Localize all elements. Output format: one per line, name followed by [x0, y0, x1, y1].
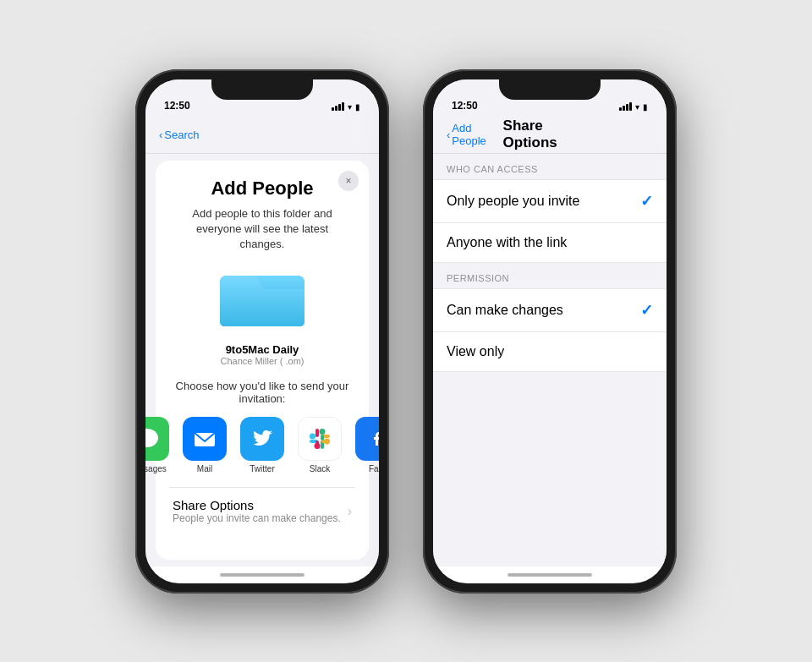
svg-point-10 — [310, 434, 315, 440]
phone-2: 12:50 ▾ ▮ ‹ Add People Share Options — [423, 69, 677, 594]
wifi-icon-2: ▾ — [635, 102, 639, 112]
who-can-access-header: WHO CAN ACCESS — [433, 154, 667, 179]
can-make-changes-item[interactable]: Can make changes ✓ — [433, 289, 667, 332]
status-icons-2: ▾ ▮ — [619, 102, 648, 112]
view-only-label: View only — [447, 344, 504, 359]
app-icons-row: Messages Mail Twitter — [145, 417, 379, 473]
folder-owner: Chance Miller ( .om) — [220, 356, 304, 366]
twitter-label: Twitter — [250, 464, 274, 473]
share-options-row[interactable]: Share Options People you invite can make… — [169, 487, 355, 534]
folder-name: 9to5Mac Daily — [226, 343, 299, 356]
slack-label: Slack — [310, 464, 330, 473]
share-options-chevron-icon: › — [348, 504, 352, 519]
permission-section: PERMISSION Can make changes ✓ View only — [433, 263, 667, 372]
share-options-text: Share Options People you invite can make… — [173, 498, 341, 524]
back-chevron-icon: ‹ — [159, 129, 162, 141]
home-indicator-1 — [145, 566, 379, 583]
home-bar-2 — [508, 573, 592, 577]
svg-point-2 — [145, 429, 158, 447]
folder-icon — [220, 265, 304, 333]
can-make-changes-checkmark-icon: ✓ — [640, 301, 653, 320]
modal-card: × Add People Add people to this folder a… — [156, 161, 369, 560]
battery-icon: ▮ — [355, 102, 360, 112]
app-slack[interactable]: Slack — [298, 417, 342, 473]
nav-title-2: Share Options — [503, 118, 592, 151]
svg-point-16 — [320, 429, 326, 435]
battery-icon-2: ▮ — [643, 102, 648, 112]
home-indicator-2 — [433, 566, 667, 583]
nav-bar-1: ‹ Search — [145, 117, 379, 154]
permission-header: PERMISSION — [433, 263, 667, 288]
wifi-icon: ▾ — [348, 102, 352, 112]
anyone-link-item[interactable]: Anyone with the link — [433, 223, 667, 262]
modal-subtitle: Add people to this folder and everyone w… — [169, 206, 355, 253]
modal-title: Add People — [211, 178, 313, 200]
status-time-2: 12:50 — [452, 100, 478, 112]
share-options-title: Share Options — [173, 498, 341, 512]
facebook-icon — [355, 417, 379, 461]
share-options-screen: WHO CAN ACCESS Only people you invite ✓ … — [433, 154, 667, 566]
app-mail[interactable]: Mail — [183, 417, 227, 473]
signal-bars-icon-2 — [619, 102, 632, 111]
can-make-changes-label: Can make changes — [447, 303, 563, 318]
invite-label: Choose how you'd like to send your invit… — [169, 380, 355, 405]
messages-label: Messages — [145, 464, 167, 473]
status-time-1: 12:50 — [164, 100, 190, 112]
phone-1: 12:50 ▾ ▮ ‹ Search × — [135, 69, 389, 594]
only-people-item[interactable]: Only people you invite ✓ — [433, 180, 667, 223]
app-twitter[interactable]: Twitter — [240, 417, 284, 473]
mail-label: Mail — [197, 464, 212, 473]
only-people-label: Only people you invite — [447, 194, 579, 209]
app-messages[interactable]: Messages — [145, 417, 169, 473]
status-icons-1: ▾ ▮ — [332, 102, 360, 112]
nav-back-label-2: Add People — [452, 122, 502, 147]
slack-icon — [298, 417, 342, 461]
share-options-subtitle: People you invite can make changes. — [173, 512, 341, 524]
svg-point-14 — [324, 439, 330, 445]
who-can-access-section: WHO CAN ACCESS Only people you invite ✓ … — [433, 154, 667, 263]
svg-rect-15 — [321, 435, 324, 440]
nav-back-1[interactable]: ‹ Search — [159, 129, 200, 141]
back-chevron-icon-2: ‹ — [447, 129, 450, 141]
svg-point-12 — [315, 443, 321, 449]
add-people-screen: × Add People Add people to this folder a… — [145, 154, 379, 566]
anyone-link-label: Anyone with the link — [447, 235, 567, 250]
nav-bar-2: ‹ Add People Share Options — [433, 117, 667, 154]
only-people-checkmark-icon: ✓ — [640, 192, 653, 211]
facebook-label: Fa... — [369, 464, 379, 473]
notch-2 — [499, 79, 601, 100]
view-only-item[interactable]: View only — [433, 332, 667, 371]
home-bar-1 — [220, 573, 304, 577]
app-facebook[interactable]: Fa... — [355, 417, 379, 473]
close-button[interactable]: × — [338, 171, 359, 191]
messages-icon — [145, 417, 169, 461]
svg-rect-5 — [315, 429, 319, 437]
permission-list: Can make changes ✓ View only — [433, 288, 667, 372]
nav-back-2[interactable]: ‹ Add People — [447, 122, 503, 147]
nav-back-label-1: Search — [164, 129, 199, 141]
notch — [211, 79, 313, 100]
twitter-icon — [240, 417, 284, 461]
who-can-access-list: Only people you invite ✓ Anyone with the… — [433, 179, 667, 263]
mail-icon — [183, 417, 227, 461]
signal-bars-icon — [332, 102, 344, 111]
